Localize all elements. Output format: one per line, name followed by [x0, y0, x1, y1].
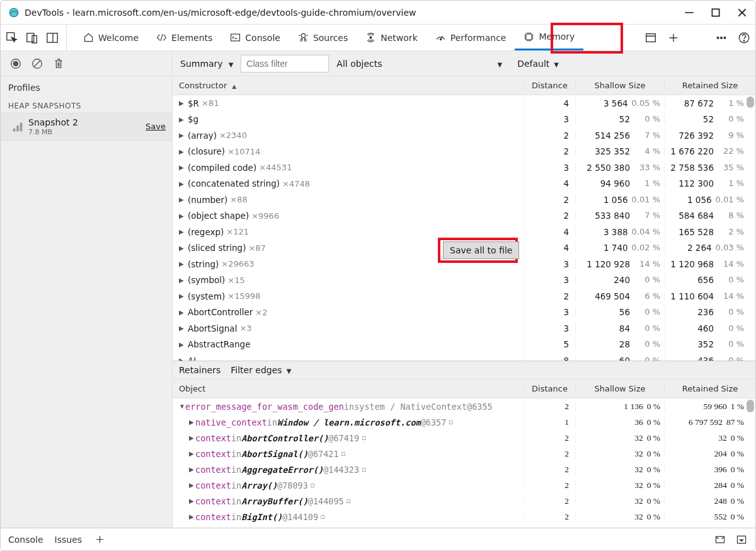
table-row[interactable]: ▶(number) ×88 2 1 0560.01 % 1 0560.01 %: [173, 192, 755, 208]
rcol-shallow[interactable]: Shallow Size: [575, 384, 664, 393]
rcol-object[interactable]: Object: [173, 384, 524, 393]
drawer-add-icon[interactable]: [93, 533, 106, 546]
table-row[interactable]: ▶AbortSignal ×3 3 840 % 4600 %: [173, 320, 755, 337]
clear-icon[interactable]: [31, 57, 43, 70]
filter-edges-select[interactable]: Filter edges: [231, 365, 291, 375]
svg-point-20: [717, 37, 719, 38]
retainer-row[interactable]: ▶context in AbortController() @67419☐ 2 …: [173, 430, 755, 446]
constructors-table-header: Constructor Distance Shallow Size Retain…: [173, 76, 755, 95]
svg-rect-2: [712, 9, 719, 16]
tab-overflow-icon[interactable]: [644, 32, 657, 44]
svg-rect-32: [16, 125, 19, 131]
retainer-row[interactable]: ▶native_context in Window / learn.micros…: [173, 414, 755, 430]
tab-performance[interactable]: Performance: [427, 25, 515, 50]
table-row[interactable]: ▶AI 8 600 % 4360 %: [173, 352, 755, 361]
rcol-distance[interactable]: Distance: [524, 384, 575, 393]
svg-rect-31: [13, 129, 16, 132]
table-row[interactable]: ▶(system) ×15998 2 469 5046 % 1 110 6041…: [173, 288, 755, 304]
more-icon[interactable]: [715, 32, 728, 44]
retainer-row[interactable]: ▼error_message_for_wasm_code_gen in syst…: [173, 398, 755, 414]
drawer-expand-icon[interactable]: [735, 533, 748, 546]
add-tab-icon[interactable]: [667, 32, 680, 44]
profiles-sidebar: Profiles HEAP SNAPSHOTS Snapshot 2 7.8 M…: [1, 76, 173, 528]
drawer-issues[interactable]: Issues: [55, 535, 83, 545]
minimize-button[interactable]: [684, 7, 695, 18]
table-row[interactable]: ▶(concatenated string) ×4748 4 94 9601 %…: [173, 176, 755, 192]
table-row[interactable]: ▶(compiled code) ×44531 3 2 550 38033 % …: [173, 160, 755, 176]
svg-rect-10: [231, 34, 240, 41]
col-constructor[interactable]: Constructor: [173, 81, 524, 90]
retainers-rows[interactable]: ▼error_message_for_wasm_code_gen in syst…: [173, 398, 755, 528]
table-row[interactable]: ▶(closure) ×10714 2 325 3524 % 1 676 220…: [173, 144, 755, 160]
all-objects-select[interactable]: All objects: [329, 51, 510, 76]
highlight-memory-tab: [551, 23, 623, 54]
record-icon[interactable]: [9, 57, 22, 70]
retainer-row[interactable]: ▶context in AbortSignal() @67421☐ 2 320 …: [173, 446, 755, 461]
retainers-label: Retainers: [179, 365, 220, 375]
dock-side-icon[interactable]: [46, 32, 59, 44]
svg-point-22: [724, 37, 726, 38]
table-row[interactable]: ▶AbortController ×2 3 560 % 2360 %: [173, 304, 755, 321]
tab-welcome[interactable]: Welcome: [74, 25, 147, 50]
col-distance[interactable]: Distance: [524, 81, 575, 90]
svg-point-11: [301, 33, 305, 37]
close-button[interactable]: [736, 7, 748, 18]
memory-toolbar: Summary All objects Default: [1, 51, 755, 76]
svg-rect-15: [526, 33, 532, 39]
retainer-row[interactable]: ▶context in BigInt() @144109☐ 2 320 % 55…: [173, 509, 755, 525]
table-row[interactable]: ▶(symbol) ×15 3 2400 % 6560 %: [173, 272, 755, 289]
snapshot-name: Snapshot 2: [28, 117, 146, 128]
constructors-rows[interactable]: ▶$R ×81 4 3 5640.05 % 87 6721 %▶$g 3 520…: [173, 95, 755, 361]
context-save-all-button[interactable]: Save all to file: [443, 241, 519, 259]
heap-snapshots-label: HEAP SNAPSHOTS: [1, 96, 172, 113]
rcol-retained[interactable]: Retained Size: [664, 384, 755, 393]
snapshot-save-link[interactable]: Save: [146, 122, 166, 131]
window-title: DevTools - learn.microsoft.com/en-us/mic…: [25, 8, 684, 18]
tab-sources[interactable]: Sources: [289, 25, 357, 50]
edge-logo-icon: [8, 7, 20, 18]
table-row[interactable]: ▶AbstractRange 5 280 % 3520 %: [173, 337, 755, 353]
svg-point-21: [721, 37, 723, 38]
retainer-row[interactable]: ▶context in Array() @78093☐ 2 320 % 2840…: [173, 477, 755, 493]
snapshot-size: 7.8 MB: [28, 128, 146, 136]
table-row[interactable]: ▶$g 3 520 % 520 %: [173, 112, 755, 128]
summary-select[interactable]: Summary: [173, 51, 241, 76]
maximize-button[interactable]: [710, 7, 721, 18]
svg-point-24: [743, 40, 744, 40]
delete-icon[interactable]: [52, 57, 65, 70]
table-row[interactable]: ▶(array) ×2340 2 514 2567 % 726 3929 %: [173, 127, 755, 144]
svg-rect-33: [20, 123, 23, 132]
svg-rect-8: [47, 33, 57, 42]
tab-elements[interactable]: Elements: [147, 25, 221, 50]
col-shallow[interactable]: Shallow Size: [575, 81, 664, 90]
default-select[interactable]: Default: [510, 51, 566, 76]
titlebar: DevTools - learn.microsoft.com/en-us/mic…: [1, 1, 755, 25]
profiles-header: Profiles: [1, 76, 172, 96]
device-toolbar-icon[interactable]: [26, 32, 38, 44]
svg-line-28: [34, 60, 41, 67]
drawer-computed-icon[interactable]: [714, 533, 726, 546]
drawer-console[interactable]: Console: [8, 535, 43, 545]
retainers-scrollbar-thumb[interactable]: [747, 400, 754, 412]
tab-console[interactable]: Console: [221, 25, 289, 50]
class-filter-input[interactable]: [241, 55, 329, 72]
table-row[interactable]: ▶(object shape) ×9966 2 533 8407 % 584 6…: [173, 208, 755, 224]
scrollbar-thumb[interactable]: [747, 96, 754, 108]
snapshot-item[interactable]: Snapshot 2 7.8 MB Save: [1, 113, 172, 141]
svg-point-26: [13, 61, 18, 66]
snapshot-icon: [12, 121, 25, 132]
svg-point-12: [370, 37, 372, 38]
svg-rect-6: [27, 33, 34, 42]
help-icon[interactable]: [738, 32, 750, 44]
retainers-table-header: Object Distance Shallow Size Retained Si…: [173, 380, 755, 398]
retainer-row[interactable]: ▶context in ArrayBuffer() @144095☐ 2 320…: [173, 493, 755, 509]
col-retained[interactable]: Retained Size: [664, 81, 755, 90]
bottom-drawer: Console Issues: [1, 528, 755, 550]
devtools-tabbar: Welcome Elements Console Sources Network…: [1, 25, 755, 51]
tab-network[interactable]: Network: [357, 25, 426, 50]
retainer-row[interactable]: ▶context in AggregateError() @144323☐ 2 …: [173, 461, 755, 477]
inspect-element-icon[interactable]: [6, 32, 18, 44]
svg-point-14: [440, 38, 441, 40]
table-row[interactable]: ▶$R ×81 4 3 5640.05 % 87 6721 %: [173, 95, 755, 112]
retainers-toolbar: Retainers Filter edges: [173, 361, 755, 380]
